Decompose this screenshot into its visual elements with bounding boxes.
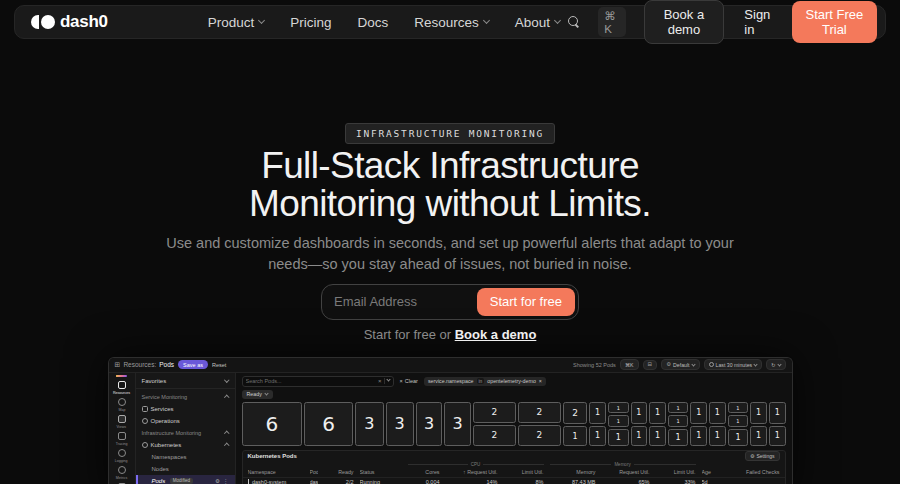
view-selector[interactable]: ⚙ Default (661, 359, 699, 370)
column-header[interactable]: Memory (550, 469, 596, 475)
treemap-tile[interactable]: 1 (709, 426, 726, 446)
treemap-tile[interactable]: 1 (631, 402, 648, 424)
dash0-logo[interactable]: dash0 (31, 12, 108, 32)
email-field[interactable] (334, 294, 477, 309)
column-header[interactable]: Limit Util. (504, 469, 544, 475)
gear-icon[interactable]: ⚙ (215, 478, 220, 484)
treemap-tile[interactable]: 3 (386, 402, 414, 446)
treemap-tile[interactable]: 1 (769, 426, 786, 446)
treemap-tile[interactable]: 2 (518, 425, 561, 446)
column-header[interactable]: Limit Util. (656, 469, 696, 475)
close-icon[interactable]: × (539, 378, 542, 384)
nav-item-resources[interactable]: Resources (414, 15, 489, 30)
treemap-tile[interactable]: 1 (668, 402, 689, 413)
column-header[interactable]: Namespace (248, 469, 304, 475)
treemap-tile[interactable]: 2 (473, 425, 516, 446)
rail-item-views[interactable]: Views (109, 414, 135, 430)
treemap-tile[interactable]: 1 (728, 402, 749, 413)
treemap-tile[interactable]: 3 (444, 402, 470, 446)
treemap-tile[interactable]: 1 (690, 402, 707, 424)
treemap-tile[interactable]: 3 (355, 402, 383, 446)
book-demo-link[interactable]: Book a demo (455, 327, 537, 342)
nav-item-pricing[interactable]: Pricing (290, 15, 331, 30)
column-header[interactable]: Status (360, 469, 402, 475)
book-demo-button[interactable]: Book a demo (644, 0, 725, 44)
sidebar-item-namespaces[interactable]: Namespaces (136, 451, 235, 463)
treemap-tile[interactable]: 1 (649, 402, 666, 424)
kebab-menu-icon[interactable]: ⋮ (223, 478, 229, 484)
treemap-tile[interactable]: 1 (690, 426, 707, 446)
modified-badge: Modified (170, 478, 192, 484)
search-pods-input[interactable] (246, 378, 378, 384)
table-row[interactable]: dash0-systemdash0-operator-controller-74… (243, 477, 785, 484)
shortcut-chip[interactable]: ⌘K (620, 359, 639, 370)
column-header[interactable]: Request Util. (602, 469, 650, 475)
start-free-trial-button[interactable]: Start Free Trial (792, 1, 877, 43)
sidebar-item-nodes[interactable]: Nodes (136, 463, 235, 475)
table-cell: dash0-system (248, 479, 304, 484)
treemap-tile[interactable]: 2 (518, 402, 561, 423)
rail-item-metrics[interactable]: Metrics (109, 465, 135, 481)
operations-icon (142, 418, 148, 424)
search-button[interactable]: ⌘ K (560, 2, 634, 42)
sidebar-item-kubernetes[interactable]: Kubernetes (136, 439, 235, 451)
treemap-tile[interactable]: 6 (242, 402, 303, 446)
treemap-tile[interactable]: 2 (473, 402, 516, 423)
chevron-up-icon (224, 443, 229, 448)
sign-in-button[interactable]: Sign in (734, 1, 781, 43)
treemap-tile[interactable]: 1 (769, 402, 786, 424)
rail-item-logging[interactable]: Logging (109, 448, 135, 464)
namespace-filter-chip[interactable]: service.namespace in opentelemetry-demo … (424, 377, 546, 386)
sidebar-section-infrastructure-monitoring[interactable]: Infrastructure Monitoring (136, 427, 235, 439)
filter-operator: in (477, 378, 485, 384)
treemap-tile[interactable]: 1 (750, 426, 767, 446)
panel-toggle-button[interactable]: ⊟ (643, 360, 658, 371)
save-as-button[interactable]: Save as (178, 360, 208, 369)
treemap-tile[interactable]: 3 (416, 402, 442, 446)
reset-button[interactable]: Reset (212, 362, 226, 368)
treemap-tile[interactable]: 1 (649, 426, 666, 446)
treemap-tile[interactable]: 1 (668, 429, 689, 446)
start-for-free-button[interactable]: Start for free (477, 288, 575, 316)
treemap-tile[interactable]: 1 (563, 426, 587, 446)
sidebar-item-services[interactable]: Services (136, 403, 235, 415)
treemap-tile[interactable]: 1 (589, 426, 606, 446)
sidebar-item-operations[interactable]: Operations (136, 415, 235, 427)
sidebar-favorites[interactable]: Favorites (136, 375, 235, 387)
rail-item-tracing[interactable]: Tracing (109, 431, 135, 447)
column-header[interactable]: ↑ Request Util. (446, 469, 498, 475)
nav-item-about[interactable]: About (515, 15, 560, 30)
treemap-tile[interactable]: 1 (608, 402, 629, 413)
column-header[interactable]: Cores (408, 469, 440, 475)
treemap-tile[interactable]: 1 (728, 415, 749, 426)
column-header[interactable]: Pod (310, 469, 318, 475)
rail-item-map[interactable]: Map (109, 397, 135, 413)
nav-item-docs[interactable]: Docs (357, 15, 388, 30)
sidebar-item-pods[interactable]: Pods Modified ⚙ ⋮ (136, 475, 235, 484)
clear-filters-button[interactable]: × Clear (400, 378, 418, 384)
treemap-tile[interactable]: 1 (750, 402, 767, 424)
treemap-tile[interactable]: 1 (608, 429, 629, 446)
chevron-down-icon[interactable] (386, 378, 390, 382)
column-header[interactable]: Failed Checks (730, 469, 780, 475)
ready-filter-chip[interactable]: Ready (242, 390, 273, 399)
refresh-button[interactable]: ↻ (766, 359, 785, 370)
column-header[interactable]: Age (702, 469, 724, 475)
table-settings-button[interactable]: ⚙ Settings (745, 451, 780, 461)
column-header[interactable]: Ready (324, 469, 354, 475)
treemap-tile[interactable]: 1 (631, 426, 648, 446)
clock-icon (709, 362, 714, 367)
treemap-tile[interactable]: 1 (589, 402, 606, 424)
treemap-tile[interactable]: 1 (728, 429, 749, 446)
treemap-tile[interactable]: 1 (709, 402, 726, 424)
clear-input-icon[interactable]: × (378, 378, 382, 384)
rail-item-resources[interactable]: Resources (109, 380, 135, 396)
sidebar-section-service-monitoring[interactable]: Service Monitoring (136, 391, 235, 403)
treemap-tile[interactable]: 2 (563, 402, 587, 424)
treemap-tile[interactable]: 6 (304, 402, 353, 446)
hero-section: INFRASTRUCTURE MONITORING Full-Stack Inf… (0, 39, 900, 342)
treemap-tile[interactable]: 1 (668, 415, 689, 426)
treemap-tile[interactable]: 1 (608, 415, 629, 426)
time-range-selector[interactable]: Last 30 minutes (704, 359, 763, 370)
nav-item-product[interactable]: Product (208, 15, 265, 30)
